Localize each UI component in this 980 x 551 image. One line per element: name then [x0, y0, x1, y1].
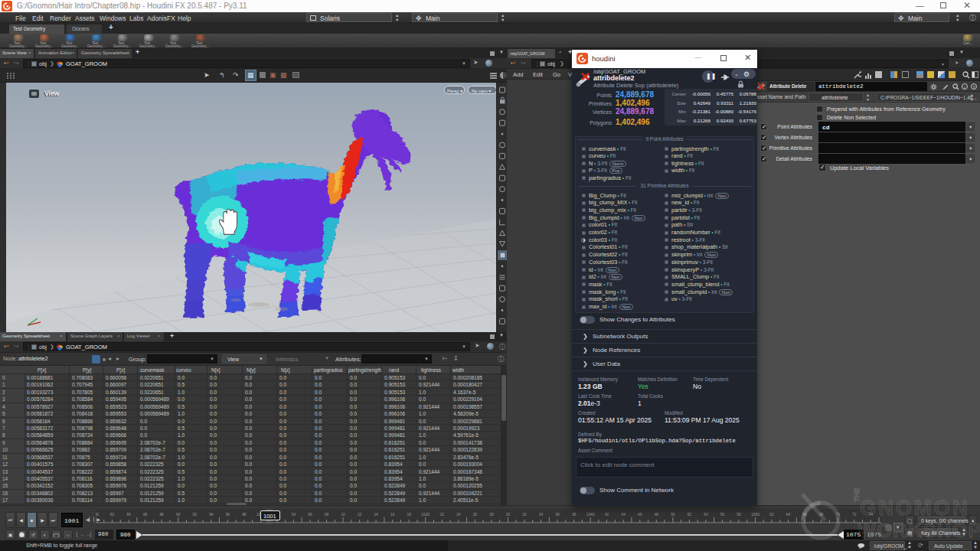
svg-text:90: 90	[176, 513, 181, 517]
svg-text:1020: 1020	[421, 513, 430, 517]
svg-text:58: 58	[737, 513, 741, 517]
svg-text:44: 44	[622, 513, 626, 517]
svg-text:84: 84	[126, 513, 131, 517]
svg-text:74: 74	[869, 513, 874, 517]
svg-text:16: 16	[390, 513, 395, 517]
svg-text:66: 66	[802, 513, 807, 517]
svg-text:18: 18	[407, 513, 412, 517]
svg-text:32: 32	[522, 513, 527, 517]
svg-text:12: 12	[358, 513, 362, 517]
svg-text:48: 48	[655, 513, 659, 517]
svg-text:70: 70	[836, 513, 841, 517]
svg-text:50: 50	[671, 513, 675, 517]
svg-text:08: 08	[325, 513, 329, 517]
svg-text:72: 72	[852, 513, 857, 517]
svg-text:86: 86	[143, 513, 148, 517]
svg-text:64: 64	[786, 513, 791, 517]
svg-text:14: 14	[374, 513, 378, 517]
svg-text:34: 34	[539, 513, 544, 517]
svg-text:04: 04	[292, 513, 296, 517]
svg-text:36: 36	[555, 513, 560, 517]
svg-text:96: 96	[226, 513, 230, 517]
svg-text:68: 68	[819, 513, 824, 517]
svg-text:94: 94	[209, 513, 214, 517]
svg-text:24: 24	[456, 513, 461, 517]
svg-text:42: 42	[605, 513, 609, 517]
svg-text:1060: 1060	[751, 513, 760, 517]
svg-text:10: 10	[341, 513, 345, 517]
svg-text:22: 22	[440, 513, 445, 517]
svg-text:06: 06	[308, 513, 312, 517]
svg-text:82: 82	[110, 513, 115, 517]
svg-text:88: 88	[159, 513, 164, 517]
svg-text:98: 98	[242, 513, 247, 517]
svg-text:26: 26	[473, 513, 478, 517]
svg-text:46: 46	[638, 513, 642, 517]
svg-text:54: 54	[704, 513, 708, 517]
svg-text:62: 62	[769, 513, 774, 517]
svg-text:1040: 1040	[586, 513, 595, 517]
svg-text:38: 38	[572, 513, 577, 517]
svg-text:52: 52	[688, 513, 692, 517]
svg-text:92: 92	[193, 513, 198, 517]
svg-text:30: 30	[506, 513, 511, 517]
svg-text:28: 28	[489, 513, 494, 517]
svg-text:56: 56	[720, 513, 725, 517]
